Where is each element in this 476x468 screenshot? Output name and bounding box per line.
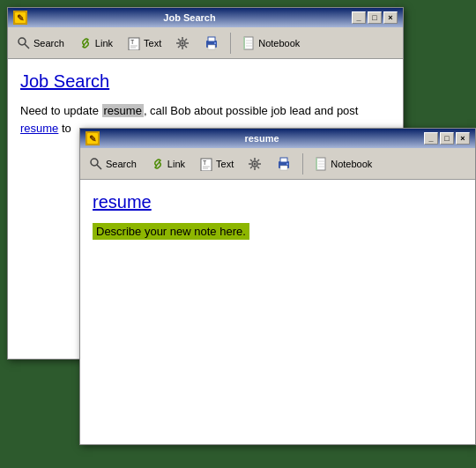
title-bar-jobsearch: ✎ Job Search _ □ × [8, 8, 403, 27]
maximize-btn-resume[interactable]: □ [440, 132, 454, 145]
svg-line-33 [97, 165, 101, 169]
note-placeholder-resume[interactable]: Describe your new note here. [93, 223, 249, 240]
content-to: to [58, 122, 71, 135]
text-button-w2[interactable]: T Text [194, 154, 239, 174]
svg-text:T: T [130, 39, 135, 45]
search-icon-w2 [89, 157, 103, 171]
text-button-w1[interactable]: T Text [122, 33, 167, 53]
svg-point-32 [91, 159, 98, 166]
toolbar-sep-w2 [302, 153, 303, 175]
link-label-w1: Link [95, 38, 113, 48]
svg-text:T: T [203, 160, 207, 166]
notebook-button-w2[interactable]: Notebook [309, 154, 377, 174]
search-button-w2[interactable]: Search [84, 154, 142, 174]
content-area-resume: resume Describe your new note here. [80, 180, 475, 444]
link-button-w1[interactable]: Link [73, 33, 118, 53]
link-label-w2: Link [167, 159, 185, 169]
text-label-w2: Text [216, 159, 234, 169]
svg-line-46 [257, 167, 259, 168]
gear-icon-w1 [175, 36, 190, 50]
notebook-icon-w2 [314, 157, 328, 171]
svg-rect-54 [316, 158, 317, 170]
text-icon-w2: T [199, 157, 213, 171]
svg-line-5 [84, 41, 87, 45]
svg-line-34 [156, 162, 160, 166]
svg-line-18 [185, 39, 187, 41]
search-label-w1: Search [33, 38, 64, 48]
text-icon-w1: T [127, 36, 141, 50]
notebook-button-w1[interactable]: Notebook [236, 33, 305, 53]
svg-text:✎: ✎ [89, 134, 96, 144]
toolbar-jobsearch: Search Link T Text [8, 27, 403, 59]
page-title-resume[interactable]: resume [93, 192, 463, 212]
svg-line-48 [250, 167, 252, 168]
print-icon-w1 [204, 36, 219, 50]
svg-line-17 [185, 46, 187, 48]
svg-rect-21 [208, 37, 215, 41]
window-resume: ✎ resume _ □ × Search Link [79, 128, 476, 445]
gear-button-w1[interactable] [170, 33, 195, 53]
minimize-btn-resume[interactable]: _ [424, 132, 438, 145]
print-icon-w2 [276, 157, 292, 171]
svg-rect-51 [280, 166, 287, 170]
svg-line-19 [178, 46, 180, 48]
link-button-w2[interactable]: Link [145, 154, 190, 174]
resume-link[interactable]: resume [20, 122, 58, 135]
svg-point-11 [182, 41, 184, 44]
print-button-w1[interactable] [198, 33, 225, 53]
notebook-icon-w1 [242, 36, 256, 50]
search-icon-w1 [17, 36, 31, 50]
close-btn-jobsearch[interactable]: × [383, 11, 398, 24]
resume-highlight: resume [102, 104, 144, 117]
link-icon-w2 [151, 157, 165, 171]
window-title-resume: resume [100, 133, 424, 144]
title-controls-jobsearch: _ □ × [352, 11, 398, 24]
svg-point-40 [254, 162, 257, 165]
content-prefix: Need to update [20, 104, 102, 117]
print-button-w2[interactable] [271, 154, 297, 174]
page-title-jobsearch[interactable]: Job Search [20, 71, 390, 92]
text-label-w1: Text [144, 38, 161, 48]
svg-line-16 [178, 39, 180, 41]
title-controls-resume: _ □ × [424, 132, 470, 145]
content-suffix: , call Bob about possible job lead and p… [144, 104, 359, 117]
app-icon-jobsearch: ✎ [13, 11, 27, 25]
svg-text:✎: ✎ [17, 13, 24, 23]
window-title-jobsearch: Job Search [27, 12, 352, 23]
notebook-label-w1: Notebook [258, 38, 300, 48]
toolbar-resume: Search Link T Text [80, 148, 475, 180]
svg-point-23 [214, 42, 216, 44]
notebook-label-w2: Notebook [331, 159, 372, 169]
minimize-btn-jobsearch[interactable]: _ [352, 11, 366, 24]
svg-line-4 [25, 44, 29, 48]
gear-icon-w2 [248, 157, 262, 171]
close-btn-resume[interactable]: × [456, 132, 470, 145]
svg-point-3 [19, 38, 26, 45]
svg-rect-22 [208, 45, 215, 49]
svg-rect-50 [280, 158, 287, 162]
gear-button-w2[interactable] [242, 154, 267, 174]
svg-rect-25 [243, 37, 245, 49]
search-button-w1[interactable]: Search [11, 33, 70, 53]
search-label-w2: Search [106, 159, 137, 169]
toolbar-sep-w1 [230, 33, 231, 54]
app-icon-resume: ✎ [86, 131, 100, 145]
maximize-btn-jobsearch[interactable]: □ [368, 11, 382, 24]
svg-line-45 [250, 160, 252, 161]
svg-line-47 [257, 160, 259, 161]
link-icon-w1 [78, 36, 93, 50]
title-bar-resume: ✎ resume _ □ × [80, 129, 475, 148]
svg-point-52 [286, 163, 288, 165]
